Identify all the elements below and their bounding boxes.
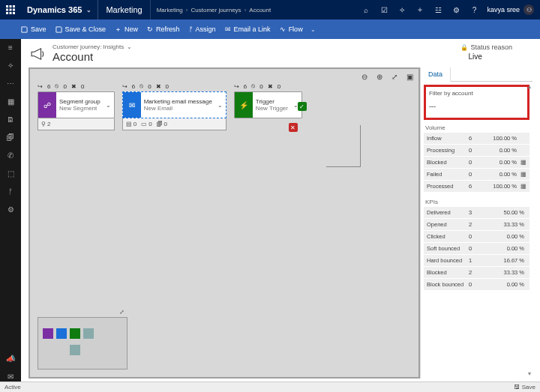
kpi-rows: Delivered 3 50.00 % Opened 2 33.33 % Cli… (424, 207, 530, 291)
global-actions: ⌕ ☑ ✧ ＋ ☳ ⚙ ? kavya sree ⚇ (361, 0, 540, 19)
svg-rect-2 (13, 5, 15, 7)
metric-count: 0 (469, 245, 484, 252)
save-button[interactable]: Save (21, 25, 46, 33)
email-link-button[interactable]: ✉Email a Link (225, 25, 271, 33)
breadcrumb-item[interactable]: Account (249, 7, 271, 13)
chevron-down-icon[interactable]: ▾ (528, 370, 531, 377)
tile-title: Segment group (59, 98, 100, 105)
record-state: Active (4, 384, 21, 391)
save-close-button[interactable]: Save & Close (56, 25, 106, 33)
menu-icon[interactable]: ≡ (5, 42, 16, 52)
chevron-down-icon[interactable]: ⌄ (215, 92, 226, 118)
expand-icon[interactable]: ⤢ (119, 309, 127, 316)
assign-button[interactable]: ᚠAssign (189, 25, 216, 33)
tile-subrow[interactable]: ▤0▭0🗐0 (122, 118, 226, 130)
tile-subrow[interactable]: ⚲2 (38, 118, 115, 130)
metric-row: Opened 2 33.33 % (424, 219, 530, 231)
metric-name: Clicked (427, 233, 469, 240)
svg-rect-0 (6, 5, 8, 7)
stage-tile[interactable]: ✉ Marketing email messageNew Email ⌄ (122, 91, 226, 118)
settings-gear-icon[interactable]: ⚙ (451, 4, 461, 15)
metric-name: Processing (427, 147, 469, 154)
filter-by-account[interactable]: Filter by account --- (424, 85, 530, 120)
svg-rect-7 (10, 12, 12, 14)
more-icon[interactable]: ⋯ (5, 78, 16, 88)
gear-icon[interactable]: ⚙ (5, 204, 16, 214)
branch-no-icon: ✕ (289, 123, 298, 132)
metric-count: 0 (469, 159, 484, 166)
command-bar: Save Save & Close ＋New ↻Refresh ᚠAssign … (0, 19, 540, 39)
metric-name: Block bounced (427, 281, 469, 288)
zoom-in-button[interactable]: ⊕ (375, 72, 384, 81)
entity-icon[interactable]: ▦ (5, 96, 16, 106)
detail-icon[interactable]: ▦ (519, 183, 526, 190)
help-icon[interactable]: ? (469, 4, 479, 15)
metric-row: Soft bounced 0 0.00 % (424, 243, 530, 255)
app-launcher-button[interactable] (0, 0, 21, 19)
new-button[interactable]: ＋New (115, 25, 138, 34)
metric-name: Blocked (427, 159, 469, 166)
chevron-down-icon: ⌄ (310, 26, 316, 33)
status-bar: Active 🖫Save (0, 382, 540, 392)
canvas-toolbar: ⊖ ⊕ ⤢ ▣ (360, 72, 414, 81)
metric-pct: 33.33 % (484, 269, 526, 276)
flow-button[interactable]: ∿Flow⌄ (280, 25, 316, 33)
journey-canvas[interactable]: ⊖ ⊕ ⤢ ▣ ↪6 ⦸0 ✖0☍ Segment groupNew Segme… (28, 67, 420, 379)
metric-count: 1 (469, 257, 484, 264)
snapshot-button[interactable]: ▣ (405, 72, 414, 81)
metric-name: Processed (427, 183, 469, 190)
user-name: kavya sree (487, 6, 520, 13)
arrow-in-icon: ↪ (38, 83, 43, 90)
document-icon[interactable]: 🗎 (5, 114, 16, 124)
stage-tile[interactable]: ☍ Segment groupNew Segment ⌄ (38, 91, 115, 118)
status-reason: 🔒Status reason Live (460, 43, 531, 63)
product-name: Dynamics 365 (27, 5, 82, 14)
tile-badge-icon: ⚡ (235, 92, 253, 118)
minimap-node (83, 328, 94, 339)
breadcrumb-item[interactable]: Customer journeys (190, 7, 241, 13)
tab-data[interactable]: Data (421, 67, 451, 82)
clipboard-icon[interactable]: 🗐 (5, 132, 16, 142)
record-header: Customer journey: Insights ⌄ Account 🔒St… (21, 39, 540, 64)
mail-icon[interactable]: ✉ (5, 371, 16, 382)
chevron-down-icon[interactable]: ⌄ (104, 92, 114, 118)
tile-subtitle: New Segment (59, 105, 100, 112)
tile-subtitle: New Email (144, 105, 212, 112)
task-icon[interactable]: ☑ (379, 4, 389, 15)
person-icon[interactable]: ᚠ (5, 186, 16, 196)
chart-icon[interactable]: ⬚ (5, 168, 16, 178)
stage-tile[interactable]: ⚡ TriggerNew Trigger ⌄ (234, 91, 302, 118)
megaphone-icon[interactable]: 📣 (5, 353, 16, 364)
status-save[interactable]: 🖫Save (514, 384, 536, 391)
breadcrumb: Marketing› Customer journeys› Account (151, 7, 278, 13)
breadcrumb-item[interactable]: Marketing (157, 7, 183, 13)
minimap-node (70, 328, 80, 339)
global-nav-bar: Dynamics 365⌄ Marketing Marketing› Custo… (0, 0, 540, 19)
metric-name: Delivered (427, 209, 469, 216)
tile-title: Marketing email message (144, 98, 212, 105)
add-icon[interactable]: ＋ (415, 4, 425, 15)
minimap[interactable]: ⤢ (38, 317, 128, 370)
fit-button[interactable]: ⤢ (390, 72, 399, 81)
chevron-up-icon[interactable]: ▴ (528, 83, 531, 90)
metric-count: 2 (469, 221, 484, 228)
user-menu[interactable]: kavya sree ⚇ (487, 4, 534, 15)
search-icon[interactable]: ⌕ (361, 4, 371, 15)
detail-icon[interactable]: ▦ (519, 171, 526, 178)
record-subtitle-row[interactable]: Customer journey: Insights ⌄ (52, 43, 132, 50)
lightbulb-icon[interactable]: ✧ (397, 4, 407, 15)
pin-icon[interactable]: ✧ (5, 60, 16, 70)
filter-icon[interactable]: ☳ (433, 4, 443, 15)
app-name[interactable]: Marketing (98, 0, 150, 19)
journey-stage: ↪6 ⦸0 ✖0☍ Segment groupNew Segment ⌄⚲2 (38, 82, 115, 130)
plus-icon: ＋ (115, 25, 122, 34)
zoom-out-button[interactable]: ⊖ (360, 72, 369, 81)
product-switcher[interactable]: Dynamics 365⌄ (21, 0, 98, 19)
svg-rect-8 (13, 12, 15, 14)
stop-icon: ⦸ (140, 82, 143, 90)
phone-icon[interactable]: ✆ (5, 150, 16, 160)
refresh-button[interactable]: ↻Refresh (147, 25, 180, 33)
metric-pct: 100.00 % (484, 183, 519, 190)
detail-icon[interactable]: ▦ (519, 159, 526, 166)
metric-count: 6 (469, 183, 484, 190)
